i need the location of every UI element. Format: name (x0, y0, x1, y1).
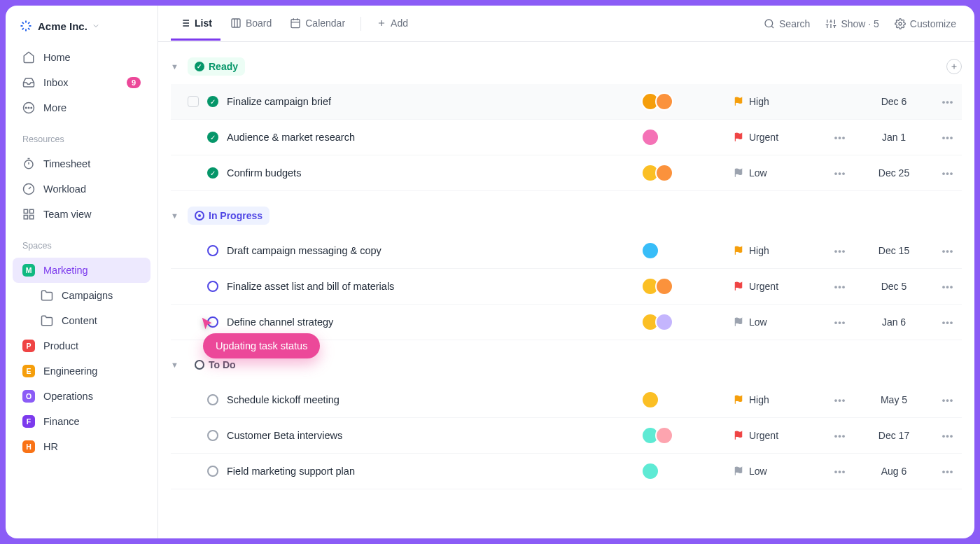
avatar[interactable] (655, 313, 673, 331)
priority-cell[interactable]: High (734, 394, 818, 405)
more-button[interactable]: ••• (826, 168, 854, 179)
status-pill[interactable]: ✓ Ready (188, 57, 245, 76)
inbox-icon (22, 76, 35, 89)
avatar[interactable] (655, 277, 673, 295)
toggle-caret-icon[interactable]: ▼ (171, 361, 181, 369)
priority-cell[interactable]: Urgent (734, 281, 818, 292)
more-button[interactable]: ••• (826, 281, 854, 292)
avatar[interactable] (641, 242, 659, 260)
sliders-icon (825, 18, 836, 29)
search-button[interactable]: Search (758, 14, 816, 34)
more-button[interactable]: ••• (826, 466, 854, 477)
add-view-button[interactable]: Add (368, 8, 416, 41)
priority-cell[interactable]: Low (734, 167, 818, 179)
nav-home[interactable]: Home (13, 45, 150, 70)
row-actions-button[interactable]: ••• (934, 431, 962, 441)
space-product[interactable]: PProduct (13, 333, 150, 358)
view-tab-list[interactable]: List (171, 8, 220, 41)
due-date[interactable]: Jan 1 (862, 132, 925, 143)
task-row[interactable]: Schedule kickoff meeting High ••• May 5 … (171, 382, 962, 418)
view-tab-calendar[interactable]: Calendar (281, 8, 354, 41)
due-date[interactable]: Dec 25 (862, 167, 925, 179)
task-row[interactable]: ✓ Confirm budgets Low ••• Dec 25 ••• (171, 155, 962, 191)
due-date[interactable]: Dec 5 (862, 281, 925, 292)
group-inprogress: ▼ In Progress Draft campaign messaging &… (171, 202, 962, 340)
customize-button[interactable]: Customize (889, 14, 962, 34)
task-checkbox[interactable] (188, 96, 199, 107)
space-icon: F (22, 415, 35, 428)
view-tab-board[interactable]: Board (222, 8, 280, 41)
row-actions-button[interactable]: ••• (934, 168, 962, 179)
priority-cell[interactable]: Urgent (734, 132, 818, 143)
avatar[interactable] (655, 92, 673, 111)
status-pill[interactable]: In Progress (188, 207, 270, 225)
priority-cell[interactable]: Low (734, 316, 818, 328)
more-button[interactable]: ••• (826, 246, 854, 256)
task-status-icon[interactable]: ✓ (207, 167, 218, 179)
task-row[interactable]: Customer Beta interviews Urgent ••• Dec … (171, 418, 962, 454)
row-actions-button[interactable]: ••• (934, 97, 962, 107)
nav-workload[interactable]: Workload (13, 176, 150, 202)
avatar[interactable] (641, 462, 659, 480)
nav-timesheet[interactable]: Timesheet (13, 151, 150, 176)
space-icon: P (22, 340, 35, 352)
more-button[interactable]: ••• (826, 431, 854, 441)
task-status-icon[interactable] (207, 245, 218, 256)
flag-icon (734, 168, 743, 178)
more-button[interactable]: ••• (826, 395, 854, 405)
nav-inbox[interactable]: Inbox 9 (13, 70, 150, 95)
priority-cell[interactable]: High (734, 245, 818, 256)
avatar[interactable] (641, 128, 659, 146)
space-label: Marketing (43, 265, 88, 276)
due-date[interactable]: Dec 17 (862, 430, 925, 441)
priority-cell[interactable]: Low (734, 466, 818, 477)
due-date[interactable]: Dec 6 (862, 96, 925, 107)
avatar[interactable] (655, 164, 673, 182)
space-engineering[interactable]: EEngineering (13, 358, 150, 384)
row-actions-button[interactable]: ••• (934, 132, 962, 143)
nav-teamview[interactable]: Team view (13, 202, 150, 227)
space-child-content[interactable]: Content (13, 308, 150, 333)
priority-cell[interactable]: High (734, 96, 818, 107)
task-status-icon[interactable] (207, 466, 218, 477)
due-date[interactable]: May 5 (862, 394, 925, 405)
task-status-icon[interactable]: ✓ (207, 96, 218, 107)
due-date[interactable]: Dec 15 (862, 245, 925, 256)
more-button[interactable]: ••• (826, 317, 854, 328)
avatar[interactable] (655, 426, 673, 445)
assignees (641, 462, 725, 480)
show-button[interactable]: Show · 5 (820, 14, 884, 34)
task-row[interactable]: Field marketing support plan Low ••• Aug… (171, 454, 962, 489)
more-button[interactable]: ••• (826, 132, 854, 143)
task-row[interactable]: Finalize asset list and bill of material… (171, 269, 962, 305)
space-hr[interactable]: HHR (13, 434, 150, 459)
priority-cell[interactable]: Urgent (734, 430, 818, 441)
task-row[interactable]: ✓ Audience & market research Urgent ••• … (171, 120, 962, 155)
task-status-icon[interactable] (207, 394, 218, 405)
task-row[interactable]: Draft campaign messaging & copy High •••… (171, 233, 962, 269)
nav-more[interactable]: More (13, 95, 150, 120)
due-date[interactable]: Aug 6 (862, 466, 925, 477)
toggle-caret-icon[interactable]: ▼ (171, 211, 181, 220)
row-actions-button[interactable]: ••• (934, 246, 962, 256)
task-status-icon[interactable] (207, 281, 218, 292)
space-finance[interactable]: FFinance (13, 409, 150, 434)
avatar[interactable] (641, 391, 659, 409)
row-actions-button[interactable]: ••• (934, 466, 962, 477)
task-status-icon[interactable] (207, 430, 218, 441)
toggle-caret-icon[interactable]: ▼ (171, 62, 181, 71)
due-date[interactable]: Jan 6 (862, 316, 925, 328)
workspace-selector[interactable]: Acme Inc. (6, 14, 158, 42)
row-actions-button[interactable]: ••• (934, 281, 962, 292)
assignees (641, 277, 725, 295)
space-operations[interactable]: OOperations (13, 384, 150, 409)
logo-icon (20, 20, 32, 32)
more-icon (22, 102, 35, 114)
add-task-button[interactable] (946, 59, 962, 74)
task-status-icon[interactable]: ✓ (207, 132, 218, 143)
space-marketing[interactable]: MMarketing (13, 258, 150, 283)
space-child-campaigns[interactable]: Campaigns (13, 283, 150, 308)
row-actions-button[interactable]: ••• (934, 395, 962, 405)
task-row[interactable]: ✓ Finalize campaign brief High Dec 6 ••• (171, 84, 962, 120)
row-actions-button[interactable]: ••• (934, 317, 962, 328)
